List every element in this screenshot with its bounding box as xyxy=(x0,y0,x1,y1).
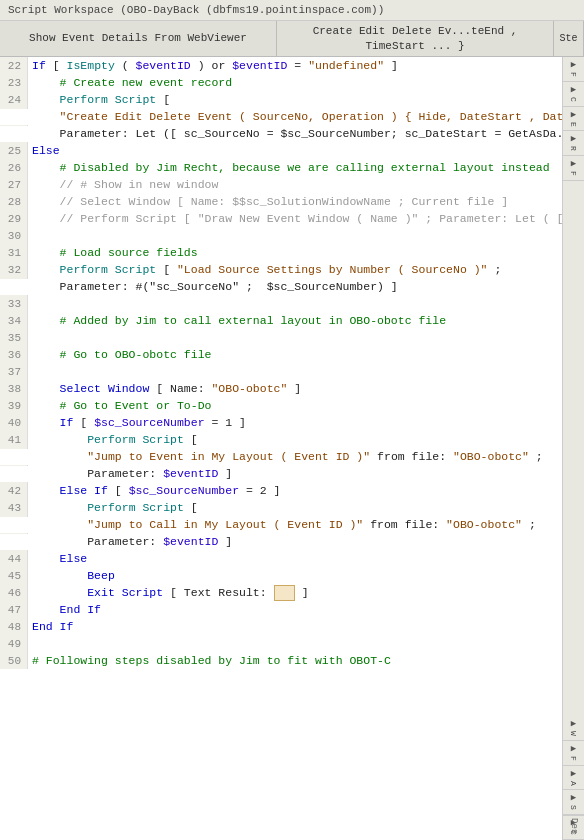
line-36: 36 # Go to OBO-obotc file xyxy=(0,346,562,363)
rp-section-a[interactable]: ▶ A xyxy=(563,766,584,791)
line-content-31: # Load source fields xyxy=(28,244,562,261)
line-content-30 xyxy=(28,227,562,228)
rp-arrow-s[interactable]: ▶ xyxy=(571,792,576,803)
line-content-24: Perform Script [ xyxy=(28,91,562,108)
line-num-45: 45 xyxy=(0,567,28,584)
line-num-41b xyxy=(0,465,28,466)
tab-ste[interactable]: Ste xyxy=(554,21,584,56)
rp-section-s[interactable]: ▶ S xyxy=(563,790,584,815)
rp-section-r[interactable]: ▶ R xyxy=(563,131,584,156)
desc-panel: Des xyxy=(563,815,584,840)
line-49: 49 xyxy=(0,635,562,652)
tab-show-event[interactable]: Show Event Details From WebViewer xyxy=(0,21,277,56)
rp-arrow-a[interactable]: ▶ xyxy=(571,768,576,779)
line-42: 42 Else If [ $sc_SourceNumber = 2 ] xyxy=(0,482,562,499)
line-content-42: Else If [ $sc_SourceNumber = 2 ] xyxy=(28,482,562,499)
line-num-37: 37 xyxy=(0,363,28,380)
code-lines: 22 If [ IsEmpty ( $eventID ) or $eventID… xyxy=(0,57,562,669)
line-content-44: Else xyxy=(28,550,562,567)
title-bar: Script Workspace (OBO-DayBack (dbfms19.p… xyxy=(0,0,584,21)
line-43b: Parameter: $eventID ] xyxy=(0,533,562,550)
line-content-28: // Select Window [ Name: $$sc_SolutionWi… xyxy=(28,193,562,210)
line-46: 46 Exit Script [ Text Result: ] xyxy=(0,584,562,601)
line-content-41: Perform Script [ xyxy=(28,431,562,448)
rp-label-f1: F xyxy=(569,70,578,79)
line-content-22: If [ IsEmpty ( $eventID ) or $eventID = … xyxy=(28,57,562,74)
rp-label-a: A xyxy=(569,779,578,788)
line-content-49 xyxy=(28,635,562,636)
line-content-24b: Parameter: Let ([ sc_SourceNo = $sc_Sour… xyxy=(28,125,562,142)
rp-section-f3[interactable]: ▶ F xyxy=(563,741,584,766)
line-num-30: 30 xyxy=(0,227,28,244)
line-num-43: 43 xyxy=(0,499,28,516)
line-content-34: # Added by Jim to call external layout i… xyxy=(28,312,562,329)
rp-arrow-r[interactable]: ▶ xyxy=(571,133,576,144)
line-num-22: 22 xyxy=(0,57,28,74)
line-29: 29 // Perform Script [ "Draw New Event W… xyxy=(0,210,562,227)
rp-spacer xyxy=(563,181,584,716)
line-43: 43 Perform Script [ xyxy=(0,499,562,516)
line-content-32a: Parameter: #("sc_SourceNo" ; $sc_SourceN… xyxy=(28,278,562,295)
line-50: 50 # Following steps disabled by Jim to … xyxy=(0,652,562,669)
line-content-32: Perform Script [ "Load Source Settings b… xyxy=(28,261,562,278)
line-content-43: Perform Script [ xyxy=(28,499,562,516)
line-content-27: // # Show in new window xyxy=(28,176,562,193)
rp-section-f2[interactable]: ▶ F xyxy=(563,156,584,181)
line-35: 35 xyxy=(0,329,562,346)
line-33: 33 xyxy=(0,295,562,312)
line-content-35 xyxy=(28,329,562,330)
line-num-23: 23 xyxy=(0,74,28,91)
line-num-32a xyxy=(0,278,28,279)
line-num-31: 31 xyxy=(0,244,28,261)
rp-section-e[interactable]: ▶ E xyxy=(563,107,584,132)
rp-arrow-e[interactable]: ▶ xyxy=(571,109,576,120)
line-content-37 xyxy=(28,363,562,364)
rp-arrow-f2[interactable]: ▶ xyxy=(571,158,576,169)
line-30: 30 xyxy=(0,227,562,244)
line-num-46: 46 xyxy=(0,584,28,601)
line-content-47: End If xyxy=(28,601,562,618)
rp-arrow-c[interactable]: ▶ xyxy=(571,84,576,95)
main-content: 22 If [ IsEmpty ( $eventID ) or $eventID… xyxy=(0,57,584,840)
line-content-33 xyxy=(28,295,562,296)
line-content-26: # Disabled by Jim Recht, because we are … xyxy=(28,159,562,176)
line-content-45: Beep xyxy=(28,567,562,584)
rp-arrow-w[interactable]: ▶ xyxy=(571,718,576,729)
line-num-47: 47 xyxy=(0,601,28,618)
line-num-41: 41 xyxy=(0,431,28,448)
tab-create-edit[interactable]: Create Edit Delete Ev...teEnd , TimeStar… xyxy=(277,21,554,56)
line-37: 37 xyxy=(0,363,562,380)
line-num-32: 32 xyxy=(0,261,28,278)
rp-section-c[interactable]: ▶ C xyxy=(563,82,584,107)
right-panel: ▶ F ▶ C ▶ E ▶ R ▶ F ▶ xyxy=(562,57,584,840)
line-content-38: Select Window [ Name: "OBO-obotc" ] xyxy=(28,380,562,397)
line-content-41a: "Jump to Event in My Layout ( Event ID )… xyxy=(28,448,562,465)
rp-label-f3: F xyxy=(569,754,578,763)
line-content-24a: "Create Edit Delete Event ( SourceNo, Op… xyxy=(28,108,562,125)
line-28: 28 // Select Window [ Name: $$sc_Solutio… xyxy=(0,193,562,210)
line-num-26: 26 xyxy=(0,159,28,176)
line-24b: Parameter: Let ([ sc_SourceNo = $sc_Sour… xyxy=(0,125,562,142)
line-31: 31 # Load source fields xyxy=(0,244,562,261)
line-num-40: 40 xyxy=(0,414,28,431)
line-num-27: 27 xyxy=(0,176,28,193)
line-num-24: 24 xyxy=(0,91,28,108)
line-num-33: 33 xyxy=(0,295,28,312)
line-41b: Parameter: $eventID ] xyxy=(0,465,562,482)
title-text: Script Workspace (OBO-DayBack (dbfms19.p… xyxy=(8,4,384,16)
rp-label-r: R xyxy=(569,144,578,153)
line-num-50: 50 xyxy=(0,652,28,669)
rp-section-w[interactable]: ▶ W xyxy=(563,716,584,741)
line-num-28: 28 xyxy=(0,193,28,210)
line-num-39: 39 xyxy=(0,397,28,414)
line-40: 40 If [ $sc_SourceNumber = 1 ] xyxy=(0,414,562,431)
line-47: 47 End If xyxy=(0,601,562,618)
line-44: 44 Else xyxy=(0,550,562,567)
desc-label: Des xyxy=(569,818,579,834)
line-num-38: 38 xyxy=(0,380,28,397)
rp-section-f1[interactable]: ▶ F xyxy=(563,57,584,82)
line-25: 25 Else xyxy=(0,142,562,159)
rp-arrow-f1[interactable]: ▶ xyxy=(571,59,576,70)
rp-arrow-f3[interactable]: ▶ xyxy=(571,743,576,754)
code-editor[interactable]: 22 If [ IsEmpty ( $eventID ) or $eventID… xyxy=(0,57,562,840)
